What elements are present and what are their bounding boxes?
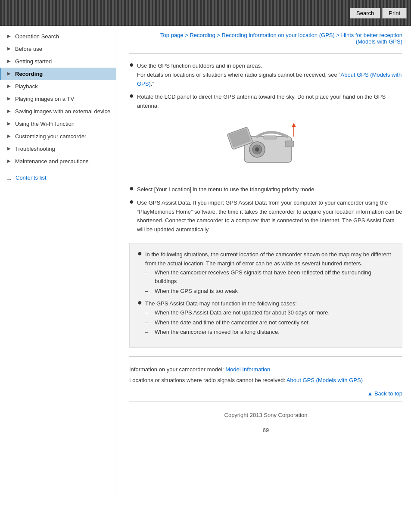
sidebar-item-before-use[interactable]: ▶ Before use [0,43,116,55]
gray-sub-2-1: – When the GPS Assist Data are not updat… [145,308,394,317]
sidebar-item-playing-images-on-tv[interactable]: ▶ Playing images on a TV [0,93,116,105]
arrow-icon: ▶ [7,84,12,88]
camcorder-image-area [129,119,402,177]
arrow-icon: ▶ [7,34,12,38]
gray-sub-2-3: – When the camcorder is moved for a long… [145,328,394,337]
arrow-icon: ▶ [7,71,12,76]
sidebar-item-label: Before use [15,46,42,52]
bullet1-line2-pre: For details on locations or situations w… [137,72,341,78]
svg-point-3 [255,147,259,152]
breadcrumb-sep3: > [335,32,341,38]
sidebar-item-label: Getting started [15,58,52,65]
gray-bullet-dot-1: ● [137,249,145,257]
camcorder-svg [218,119,313,175]
gray-sub1-1-text: When the camcorder receives GPS signals … [155,268,394,286]
gray-sub-1-2: – When the GPS signal is too weak [145,287,394,296]
gray-bullet-dot-2: ● [137,299,145,306]
sidebar-item-maintenance[interactable]: ▶ Maintenance and precautions [0,155,116,168]
sidebar-item-wifi-function[interactable]: ▶ Using the Wi-Fi function [0,118,116,130]
gray-bullet-text-2: The GPS Assist Data may not function in … [145,299,394,338]
search-button[interactable]: Search [350,8,380,19]
sidebar-item-label: Playback [15,83,38,90]
bullet1-line2-end: .” [151,81,154,87]
breadcrumb-hints-link[interactable]: Hints for better reception [341,32,402,38]
gps-label: Locations or situations where radio sign… [129,377,286,383]
gray-bullet-2: ● The GPS Assist Data may not function i… [137,299,394,338]
arrow-icon: ▶ [7,46,12,51]
bullet-item-3: ● Select [Your Location] in the menu to … [129,185,402,194]
copyright-divider [129,401,402,401]
breadcrumb-top-link[interactable]: Top page [160,32,184,38]
gray-bullet-text-1: In the following situations, the current… [145,250,394,297]
sidebar-item-label: Maintenance and precautions [15,158,89,165]
gray-sub1-2-text: When the GPS signal is too weak [155,287,238,296]
contents-list-link[interactable]: Contents list [0,170,116,185]
model-info-link[interactable]: Model Information [225,366,270,373]
dash-icon: – [145,287,155,296]
footer-info: Information on your camcorder model: Mod… [129,364,402,386]
svg-rect-6 [285,141,294,147]
dash-icon: – [145,308,155,317]
gray-bullet-1: ● In the following situations, the curre… [137,250,394,297]
svg-marker-9 [292,123,296,127]
page-number: 69 [129,427,402,433]
gps-link[interactable]: About GPS (Models with GPS) [286,377,363,383]
gray-b2-line1: The GPS Assist Data may not function in … [145,300,297,307]
sidebar: ▶ Operation Search ▶ Before use ▶ Gettin… [0,26,116,500]
breadcrumb-gps-link[interactable]: Recording information on your location (… [222,32,335,38]
breadcrumb-sep1: > [184,32,190,38]
model-info-label: Information on your camcorder model: [129,366,225,373]
bullet-dot-2: ● [129,92,137,100]
gray-sub2-3-text: When the camcorder is moved for a long d… [155,328,280,337]
bullet-dot-1: ● [129,61,137,68]
arrow-icon: ▶ [7,134,12,138]
sidebar-item-operation-search[interactable]: ▶ Operation Search [0,30,116,43]
sidebar-item-label: Customizing your camcorder [15,133,86,140]
copyright: Copyright 2013 Sony Corporation [129,409,402,418]
bullet-text-1: Use the GPS function outdoors and in ope… [137,62,402,88]
bullet-item-1: ● Use the GPS function outdoors and in o… [129,62,402,88]
breadcrumb-recording-link[interactable]: Recording [190,32,215,38]
main-bullets: ● Use the GPS function outdoors and in o… [129,62,402,111]
arrow-right-icon [6,176,14,180]
svg-rect-7 [264,136,277,139]
contents-list-anchor[interactable]: Contents list [16,174,47,181]
dash-icon: – [145,318,155,327]
sidebar-item-label: Playing images on a TV [15,96,74,102]
sidebar-item-saving-images[interactable]: ▶ Saving images with an external device [0,105,116,118]
bullet-item-2: ● Rotate the LCD panel to direct the GPS… [129,93,402,111]
arrow-icon: ▶ [7,121,12,126]
dash-icon: – [145,328,155,337]
header: Search Print [0,0,411,26]
bottom-divider [129,356,402,357]
model-info-line: Information on your camcorder model: Mod… [129,364,402,375]
back-to-top-link[interactable]: ▲ Back to top [367,390,402,397]
top-divider [129,53,402,54]
sidebar-item-recording[interactable]: ▶ Recording [0,68,116,80]
bullet-dot-4: ● [129,198,137,205]
bullet-text-4: Use GPS Assist Data. If you import GPS A… [137,199,402,234]
sidebar-item-playback[interactable]: ▶ Playback [0,80,116,93]
arrow-icon: ▶ [7,96,12,101]
bullet-dot-3: ● [129,184,137,192]
arrow-icon: ▶ [7,109,12,113]
back-to-top: ▲ Back to top [129,390,402,397]
breadcrumb: Top page > Recording > Recording informa… [129,26,402,49]
sidebar-item-customizing[interactable]: ▶ Customizing your camcorder [0,130,116,143]
bullet-text-3: Select [Your Location] in the menu to us… [137,185,402,194]
gray-sub2-2-text: When the date and time of the camcorder … [155,318,310,327]
print-button[interactable]: Print [382,8,407,19]
bullet-item-4: ● Use GPS Assist Data. If you import GPS… [129,199,402,234]
gray-sub-2-2: – When the date and time of the camcorde… [145,318,394,327]
sidebar-item-label: Using the Wi-Fi function [15,121,75,127]
sidebar-item-troubleshooting[interactable]: ▶ Troubleshooting [0,143,116,155]
sidebar-item-getting-started[interactable]: ▶ Getting started [0,55,116,68]
gray-b1-line1: In the following situations, the current… [145,251,391,267]
sidebar-item-label: Recording [15,71,43,77]
bullet1-line1: Use the GPS function outdoors and in ope… [137,62,262,69]
gray-sub-1-1: – When the camcorder receives GPS signal… [145,268,394,286]
gray-box: ● In the following situations, the curre… [129,243,402,348]
gray-sub2-1-text: When the GPS Assist Data are not updated… [155,308,330,317]
arrow-icon: ▶ [7,159,12,163]
main-content: Top page > Recording > Recording informa… [116,26,411,500]
